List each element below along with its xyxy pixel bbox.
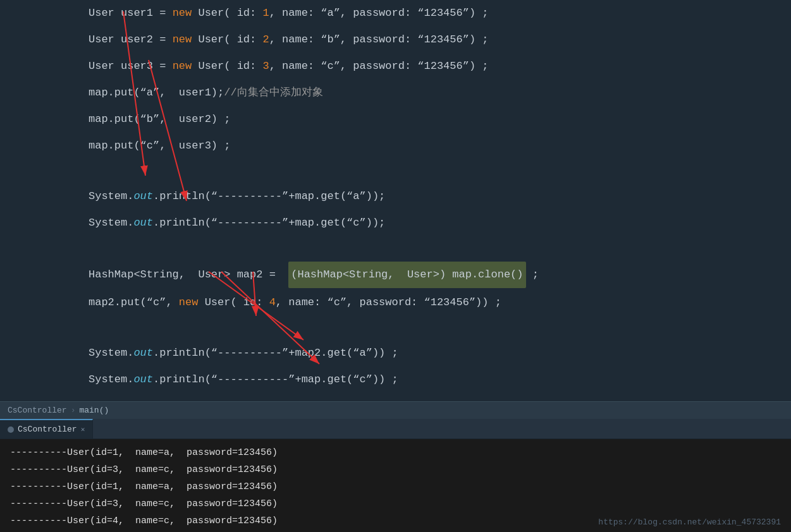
- console-line: ----------User(id=3, name=c, password=12…: [10, 461, 781, 478]
- tab-icon: [8, 426, 14, 433]
- code-line: User user1 = new User( id: 1, name: “a”,…: [0, 0, 791, 27]
- breadcrumb-bar: CsController › main(): [0, 401, 791, 419]
- code-line: map.put(“c”, user3) ;: [0, 133, 791, 159]
- code-line: System.out.println(“----------”+map.get(…: [0, 183, 791, 210]
- code-line: System.out.println(“-----------”+map.get…: [0, 366, 791, 393]
- breadcrumb-class: CsController: [8, 406, 67, 415]
- code-line: [0, 159, 791, 183]
- code-line: System.out.println(“----------”+map2.get…: [0, 393, 791, 401]
- code-line: map2.put(“c”, new User( id: 4, name: “c”…: [0, 289, 791, 316]
- watermark: https://blog.csdn.net/weixin_45732391: [598, 517, 781, 527]
- code-line: User user2 = new User( id: 2, name: “b”,…: [0, 27, 791, 53]
- code-line: map.put(“a”, user1);//向集合中添加对象: [0, 80, 791, 106]
- breadcrumb-separator: ›: [71, 406, 76, 415]
- console-line: ----------User(id=1, name=a, password=12…: [10, 478, 781, 495]
- breadcrumb-method: main(): [79, 406, 109, 415]
- code-line: System.out.println(“----------”+map.get(…: [0, 210, 791, 236]
- tab-bar: CsController ✕: [0, 419, 791, 439]
- code-line: System.out.println(“----------”+map2.get…: [0, 340, 791, 366]
- console-line: ----------User(id=1, name=a, password=12…: [10, 444, 781, 461]
- tab-label: CsController: [18, 425, 77, 434]
- code-line: [0, 316, 791, 340]
- tab-cscontroller[interactable]: CsController ✕: [0, 419, 93, 438]
- close-tab-button[interactable]: ✕: [81, 425, 85, 433]
- code-line: map.put(“b”, user2) ;: [0, 106, 791, 133]
- code-line: User user3 = new User( id: 3, name: “c”,…: [0, 53, 791, 80]
- code-line: HashMap<String, User> map2 = (HashMap<St…: [0, 260, 791, 289]
- code-line: [0, 236, 791, 260]
- console-line: ----------User(id=3, name=c, password=12…: [10, 495, 781, 512]
- code-editor: User user1 = new User( id: 1, name: “a”,…: [0, 0, 791, 401]
